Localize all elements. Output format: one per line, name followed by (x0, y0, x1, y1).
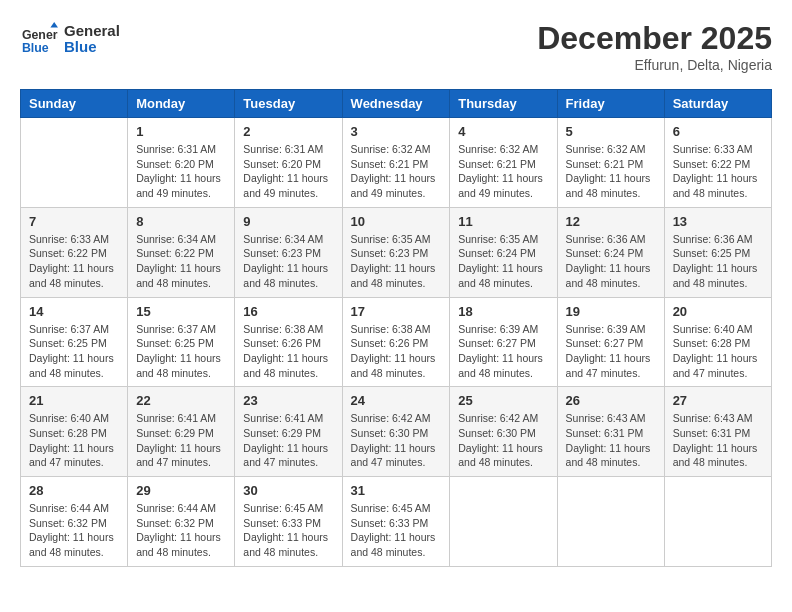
calendar-cell: 13Sunrise: 6:36 AM Sunset: 6:25 PM Dayli… (664, 207, 771, 297)
day-number: 27 (673, 393, 763, 408)
day-header-thursday: Thursday (450, 90, 557, 118)
calendar-cell: 17Sunrise: 6:38 AM Sunset: 6:26 PM Dayli… (342, 297, 450, 387)
day-number: 30 (243, 483, 333, 498)
day-number: 13 (673, 214, 763, 229)
day-info: Sunrise: 6:42 AM Sunset: 6:30 PM Dayligh… (351, 411, 442, 470)
calendar-week-row: 28Sunrise: 6:44 AM Sunset: 6:32 PM Dayli… (21, 477, 772, 567)
day-number: 15 (136, 304, 226, 319)
day-info: Sunrise: 6:45 AM Sunset: 6:33 PM Dayligh… (351, 501, 442, 560)
calendar-cell: 27Sunrise: 6:43 AM Sunset: 6:31 PM Dayli… (664, 387, 771, 477)
day-info: Sunrise: 6:39 AM Sunset: 6:27 PM Dayligh… (566, 322, 656, 381)
day-number: 28 (29, 483, 119, 498)
day-info: Sunrise: 6:37 AM Sunset: 6:25 PM Dayligh… (136, 322, 226, 381)
calendar-cell: 19Sunrise: 6:39 AM Sunset: 6:27 PM Dayli… (557, 297, 664, 387)
day-info: Sunrise: 6:32 AM Sunset: 6:21 PM Dayligh… (566, 142, 656, 201)
day-info: Sunrise: 6:39 AM Sunset: 6:27 PM Dayligh… (458, 322, 548, 381)
calendar-table: SundayMondayTuesdayWednesdayThursdayFrid… (20, 89, 772, 567)
day-number: 23 (243, 393, 333, 408)
calendar-cell: 15Sunrise: 6:37 AM Sunset: 6:25 PM Dayli… (128, 297, 235, 387)
day-info: Sunrise: 6:44 AM Sunset: 6:32 PM Dayligh… (29, 501, 119, 560)
logo: General Blue General Blue (20, 20, 120, 58)
day-info: Sunrise: 6:41 AM Sunset: 6:29 PM Dayligh… (243, 411, 333, 470)
calendar-cell: 20Sunrise: 6:40 AM Sunset: 6:28 PM Dayli… (664, 297, 771, 387)
calendar-cell: 4Sunrise: 6:32 AM Sunset: 6:21 PM Daylig… (450, 118, 557, 208)
logo-icon: General Blue (20, 20, 58, 58)
day-info: Sunrise: 6:31 AM Sunset: 6:20 PM Dayligh… (136, 142, 226, 201)
calendar-cell: 3Sunrise: 6:32 AM Sunset: 6:21 PM Daylig… (342, 118, 450, 208)
day-info: Sunrise: 6:45 AM Sunset: 6:33 PM Dayligh… (243, 501, 333, 560)
page-header: General Blue General Blue December 2025 … (20, 20, 772, 73)
day-info: Sunrise: 6:35 AM Sunset: 6:23 PM Dayligh… (351, 232, 442, 291)
day-number: 11 (458, 214, 548, 229)
calendar-header-row: SundayMondayTuesdayWednesdayThursdayFrid… (21, 90, 772, 118)
month-title: December 2025 (537, 20, 772, 57)
day-number: 3 (351, 124, 442, 139)
calendar-cell: 28Sunrise: 6:44 AM Sunset: 6:32 PM Dayli… (21, 477, 128, 567)
day-info: Sunrise: 6:41 AM Sunset: 6:29 PM Dayligh… (136, 411, 226, 470)
calendar-cell: 21Sunrise: 6:40 AM Sunset: 6:28 PM Dayli… (21, 387, 128, 477)
calendar-cell: 1Sunrise: 6:31 AM Sunset: 6:20 PM Daylig… (128, 118, 235, 208)
calendar-cell: 7Sunrise: 6:33 AM Sunset: 6:22 PM Daylig… (21, 207, 128, 297)
day-number: 31 (351, 483, 442, 498)
svg-marker-2 (50, 22, 58, 28)
calendar-cell: 11Sunrise: 6:35 AM Sunset: 6:24 PM Dayli… (450, 207, 557, 297)
logo-blue: Blue (64, 39, 120, 56)
day-info: Sunrise: 6:34 AM Sunset: 6:23 PM Dayligh… (243, 232, 333, 291)
day-header-wednesday: Wednesday (342, 90, 450, 118)
day-number: 12 (566, 214, 656, 229)
day-number: 10 (351, 214, 442, 229)
day-info: Sunrise: 6:40 AM Sunset: 6:28 PM Dayligh… (29, 411, 119, 470)
calendar-week-row: 14Sunrise: 6:37 AM Sunset: 6:25 PM Dayli… (21, 297, 772, 387)
day-number: 22 (136, 393, 226, 408)
day-info: Sunrise: 6:43 AM Sunset: 6:31 PM Dayligh… (673, 411, 763, 470)
day-info: Sunrise: 6:38 AM Sunset: 6:26 PM Dayligh… (243, 322, 333, 381)
calendar-cell: 22Sunrise: 6:41 AM Sunset: 6:29 PM Dayli… (128, 387, 235, 477)
calendar-cell: 14Sunrise: 6:37 AM Sunset: 6:25 PM Dayli… (21, 297, 128, 387)
calendar-cell: 12Sunrise: 6:36 AM Sunset: 6:24 PM Dayli… (557, 207, 664, 297)
day-number: 2 (243, 124, 333, 139)
day-info: Sunrise: 6:43 AM Sunset: 6:31 PM Dayligh… (566, 411, 656, 470)
day-info: Sunrise: 6:40 AM Sunset: 6:28 PM Dayligh… (673, 322, 763, 381)
calendar-cell: 6Sunrise: 6:33 AM Sunset: 6:22 PM Daylig… (664, 118, 771, 208)
svg-text:Blue: Blue (22, 41, 49, 55)
svg-text:General: General (22, 28, 58, 42)
day-number: 9 (243, 214, 333, 229)
calendar-cell: 18Sunrise: 6:39 AM Sunset: 6:27 PM Dayli… (450, 297, 557, 387)
title-area: December 2025 Effurun, Delta, Nigeria (537, 20, 772, 73)
logo-general: General (64, 23, 120, 40)
calendar-cell: 9Sunrise: 6:34 AM Sunset: 6:23 PM Daylig… (235, 207, 342, 297)
day-number: 20 (673, 304, 763, 319)
day-header-saturday: Saturday (664, 90, 771, 118)
day-number: 8 (136, 214, 226, 229)
calendar-cell: 2Sunrise: 6:31 AM Sunset: 6:20 PM Daylig… (235, 118, 342, 208)
calendar-cell: 31Sunrise: 6:45 AM Sunset: 6:33 PM Dayli… (342, 477, 450, 567)
day-header-friday: Friday (557, 90, 664, 118)
calendar-cell: 8Sunrise: 6:34 AM Sunset: 6:22 PM Daylig… (128, 207, 235, 297)
day-info: Sunrise: 6:31 AM Sunset: 6:20 PM Dayligh… (243, 142, 333, 201)
day-info: Sunrise: 6:32 AM Sunset: 6:21 PM Dayligh… (458, 142, 548, 201)
day-header-sunday: Sunday (21, 90, 128, 118)
day-number: 25 (458, 393, 548, 408)
day-number: 19 (566, 304, 656, 319)
day-number: 18 (458, 304, 548, 319)
calendar-cell: 16Sunrise: 6:38 AM Sunset: 6:26 PM Dayli… (235, 297, 342, 387)
location-subtitle: Effurun, Delta, Nigeria (537, 57, 772, 73)
day-info: Sunrise: 6:38 AM Sunset: 6:26 PM Dayligh… (351, 322, 442, 381)
calendar-cell: 29Sunrise: 6:44 AM Sunset: 6:32 PM Dayli… (128, 477, 235, 567)
day-info: Sunrise: 6:42 AM Sunset: 6:30 PM Dayligh… (458, 411, 548, 470)
day-info: Sunrise: 6:34 AM Sunset: 6:22 PM Dayligh… (136, 232, 226, 291)
day-number: 24 (351, 393, 442, 408)
calendar-cell: 10Sunrise: 6:35 AM Sunset: 6:23 PM Dayli… (342, 207, 450, 297)
calendar-cell (557, 477, 664, 567)
day-info: Sunrise: 6:37 AM Sunset: 6:25 PM Dayligh… (29, 322, 119, 381)
day-number: 6 (673, 124, 763, 139)
day-number: 7 (29, 214, 119, 229)
day-info: Sunrise: 6:33 AM Sunset: 6:22 PM Dayligh… (29, 232, 119, 291)
calendar-cell (450, 477, 557, 567)
day-info: Sunrise: 6:36 AM Sunset: 6:24 PM Dayligh… (566, 232, 656, 291)
day-number: 14 (29, 304, 119, 319)
calendar-week-row: 7Sunrise: 6:33 AM Sunset: 6:22 PM Daylig… (21, 207, 772, 297)
calendar-cell (664, 477, 771, 567)
day-number: 17 (351, 304, 442, 319)
day-number: 1 (136, 124, 226, 139)
